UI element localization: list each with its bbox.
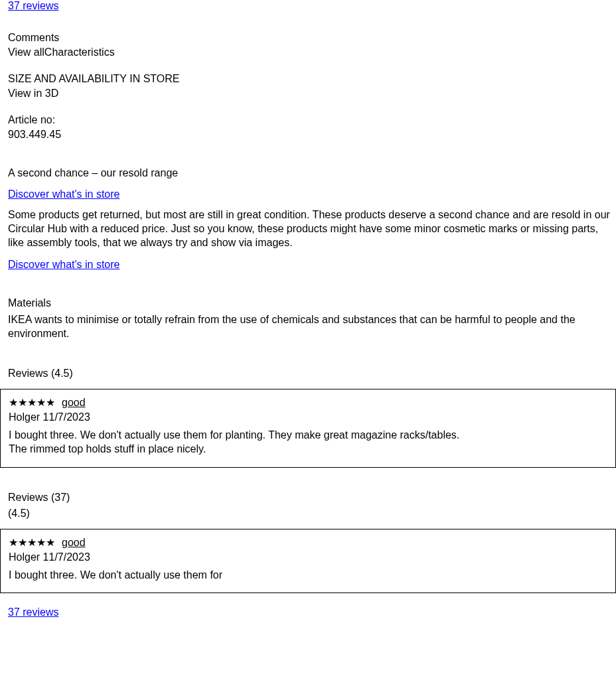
review-1-line1: I bought three. We don't actually use th… — [9, 429, 607, 443]
review-1-line2: The rimmed top holds stuff in place nice… — [9, 443, 607, 456]
discover-in-store-link-2[interactable]: Discover what's in store — [8, 259, 119, 270]
reviews-link-top[interactable]: 37 reviews — [8, 0, 58, 11]
second-chance-body: Some products get returned, but most are… — [0, 208, 616, 249]
second-chance-title: A second chance – our resold range — [8, 167, 616, 179]
materials-blurb: IKEA wants to minimise or totally refrai… — [0, 313, 616, 341]
article-no-label: Article no: — [8, 114, 55, 125]
article-no-value: 903.449.45 — [8, 129, 616, 141]
review-2-date: 11/7/2023 — [43, 551, 90, 563]
reviews-heading-2: Reviews — [8, 492, 48, 503]
rating-1: (4.5) — [51, 368, 73, 379]
review-1-author: Holger — [9, 411, 40, 423]
review-2-author: Holger — [9, 551, 40, 563]
reviews-heading-1: Reviews — [8, 368, 48, 379]
view-in-3d[interactable]: View in 3D — [8, 88, 616, 100]
review-1-date: 11/7/2023 — [43, 411, 90, 423]
rating-2: (4.5) — [8, 508, 30, 519]
review-2-stars: ★★★★★ — [9, 536, 55, 549]
review-2-line: I bought three. We don't actually use th… — [9, 569, 607, 583]
comments-heading: Comments — [8, 32, 616, 44]
review-card-1: ★★★★★ good Holger 11/7/2023 I bought thr… — [0, 389, 616, 468]
review-card-2: ★★★★★ good Holger 11/7/2023 I bought thr… — [0, 529, 616, 594]
materials-heading: Materials — [8, 297, 616, 309]
size-availability-heading[interactable]: SIZE AND AVAILABILITY IN STORE — [8, 73, 616, 85]
discover-in-store-link[interactable]: Discover what's in store — [8, 188, 119, 200]
review-1-stars: ★★★★★ — [9, 396, 55, 409]
review-2-summary: good — [62, 537, 86, 549]
reviews-count: (37) — [51, 492, 70, 503]
review-1-summary: good — [62, 397, 86, 409]
view-characteristics[interactable]: View allCharacteristics — [8, 46, 616, 58]
more-reviews-link[interactable]: 37 reviews — [8, 606, 58, 618]
